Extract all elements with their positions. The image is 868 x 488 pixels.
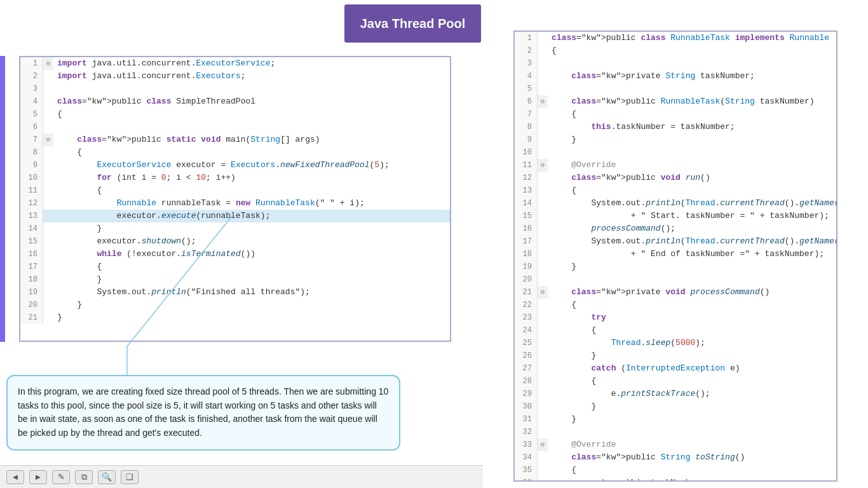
line-content: import java.util.concurrent.ExecutorServ…: [53, 57, 275, 70]
line-number: 7: [515, 108, 538, 121]
line-content: {: [548, 184, 576, 197]
nav-zoom-button[interactable]: 🔍: [98, 470, 116, 484]
line-content: executor.shutdown();: [53, 235, 196, 248]
table-row: 3: [20, 83, 450, 95]
line-content: processCommand();: [548, 222, 675, 235]
line-content: class="kw">public void run(): [548, 172, 710, 184]
nav-prev-button[interactable]: ◄: [6, 470, 24, 484]
line-number: 7: [20, 133, 43, 146]
line-content: class="kw">public class SimpleThreadPool: [53, 95, 255, 108]
line-gutter: ⊖: [538, 159, 548, 172]
line-content: for (int i = 0; i < 10; i++): [53, 172, 236, 184]
line-number: 16: [20, 248, 43, 261]
nav-next-button[interactable]: ►: [29, 470, 47, 484]
table-row: 27 catch (InterruptedException e): [515, 362, 836, 375]
table-row: 21}: [20, 311, 450, 324]
line-content: }: [548, 413, 576, 426]
table-row: 28 {: [515, 375, 836, 388]
line-content: }: [548, 400, 596, 413]
line-number: 11: [20, 184, 43, 197]
table-row: 34 class="kw">public String toString(): [515, 451, 836, 464]
bottom-nav-bar: ◄ ► ✎ ⧉ 🔍 ❑: [0, 465, 483, 488]
table-row: 16 while (!executor.isTerminated()): [20, 248, 450, 261]
left-code-panel: 1⊖import java.util.concurrent.ExecutorSe…: [19, 56, 451, 342]
table-row: 8 {: [20, 146, 450, 159]
table-row: 4 class="kw">private String taskNumber;: [515, 70, 836, 83]
table-row: 10: [515, 146, 836, 159]
line-number: 35: [515, 464, 538, 477]
line-number: 16: [515, 222, 538, 235]
table-row: 32: [515, 426, 836, 438]
line-number: 20: [20, 299, 43, 311]
line-number: 5: [515, 83, 538, 95]
table-row: 23 try: [515, 311, 836, 324]
table-row: 7⊖ class="kw">public static void main(St…: [20, 133, 450, 146]
table-row: 6: [20, 121, 450, 133]
line-content: while (!executor.isTerminated()): [53, 248, 255, 261]
nav-edit-button[interactable]: ✎: [52, 470, 70, 484]
line-gutter: ⊖: [538, 286, 548, 299]
table-row: 15 + " Start. taskNumber = " + taskNumbe…: [515, 210, 836, 222]
table-row: 5{: [20, 108, 450, 121]
table-row: 20: [515, 273, 836, 286]
line-content: class="kw">private void processCommand(): [548, 286, 770, 299]
table-row: 13 {: [515, 184, 836, 197]
table-row: 14 }: [20, 222, 450, 235]
line-number: 18: [515, 248, 538, 261]
line-number: 2: [515, 44, 538, 57]
line-number: 25: [515, 337, 538, 349]
line-content: {: [53, 108, 62, 121]
page-title: Java Thread Pool: [360, 17, 466, 31]
line-content: @Override: [548, 159, 616, 172]
table-row: 2{: [515, 44, 836, 57]
line-content: }: [53, 273, 102, 286]
table-row: 19 }: [515, 261, 836, 273]
line-number: 15: [20, 235, 43, 248]
table-row: 15 executor.shutdown();: [20, 235, 450, 248]
table-row: 12 Runnable runnableTask = new RunnableT…: [20, 197, 450, 210]
table-row: 9 ExecutorService executor = Executors.n…: [20, 159, 450, 172]
line-number: 19: [515, 261, 538, 273]
line-content: }: [548, 261, 576, 273]
table-row: 8 this.taskNumber = taskNumber;: [515, 121, 836, 133]
line-content: {: [53, 146, 82, 159]
table-row: 18 + " End of taskNumber =" + taskNumber…: [515, 248, 836, 261]
line-number: 22: [515, 299, 538, 311]
line-content: executor.execute(runnableTask);: [53, 210, 270, 222]
line-number: 11: [515, 159, 538, 172]
line-number: 4: [20, 95, 43, 108]
table-row: 30 }: [515, 400, 836, 413]
table-row: 19 System.out.println("Finished all thre…: [20, 286, 450, 299]
table-row: 11 {: [20, 184, 450, 197]
line-content: return this.taskNumber;: [548, 477, 705, 482]
line-content: + " Start. taskNumber = " + taskNumber);: [548, 210, 829, 222]
line-number: 5: [20, 108, 43, 121]
line-number: 34: [515, 451, 538, 464]
line-number: 13: [20, 210, 43, 222]
line-content: class="kw">public class RunnableTask imp…: [548, 32, 829, 44]
line-number: 30: [515, 400, 538, 413]
line-number: 18: [20, 273, 43, 286]
table-row: 22 {: [515, 299, 836, 311]
nav-copy-button[interactable]: ⧉: [75, 470, 93, 484]
line-number: 32: [515, 426, 538, 438]
table-row: 26 }: [515, 349, 836, 362]
table-row: 31 }: [515, 413, 836, 426]
table-row: 7 {: [515, 108, 836, 121]
line-number: 23: [515, 311, 538, 324]
line-number: 3: [20, 83, 43, 95]
line-content: catch (InterruptedException e): [548, 362, 740, 375]
table-row: 29 e.printStackTrace();: [515, 388, 836, 400]
line-content: class="kw">public static void main(Strin…: [53, 133, 320, 146]
line-number: 24: [515, 324, 538, 337]
line-content: }: [53, 299, 82, 311]
nav-fullscreen-button[interactable]: ❑: [121, 470, 139, 484]
line-number: 9: [515, 133, 538, 146]
line-content: e.printStackTrace();: [548, 388, 710, 400]
line-content: {: [548, 324, 596, 337]
line-content: import java.util.concurrent.Executors;: [53, 70, 245, 83]
line-content: try: [548, 311, 606, 324]
line-content: {: [548, 44, 557, 57]
line-number: 36: [515, 477, 538, 482]
line-content: {: [548, 464, 576, 477]
